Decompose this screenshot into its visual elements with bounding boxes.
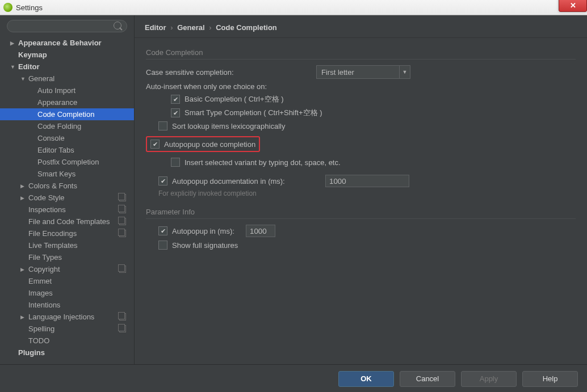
ok-button[interactable]: OK <box>338 371 394 387</box>
sidebar-item-editor-tabs[interactable]: Editor Tabs <box>0 144 134 156</box>
sidebar-item-postfix-completion[interactable]: Postfix Completion <box>0 156 134 168</box>
row-sort-lookup: Sort lookup items lexicographically <box>146 121 576 130</box>
label-smart-completion: Smart Type Completion ( Ctrl+Shift+空格 ) <box>185 108 322 118</box>
tree-arrow-icon: ▶ <box>20 195 26 201</box>
label-insert-selected: Insert selected variant by typing dot, s… <box>185 158 341 167</box>
sidebar-item-label: Code Completion <box>37 110 94 119</box>
sidebar-item-file-types[interactable]: File Types <box>0 251 134 263</box>
sidebar-item-editor[interactable]: ▼Editor <box>0 61 134 73</box>
checkbox-smart-completion[interactable] <box>171 108 180 117</box>
window-close-button[interactable]: ✕ <box>559 0 587 12</box>
tree-arrow-icon: ▶ <box>10 40 16 46</box>
section-parameter-info: Parameter Info <box>146 208 576 219</box>
sidebar-item-spelling[interactable]: Spelling <box>0 323 134 335</box>
cancel-button[interactable]: Cancel <box>400 371 455 387</box>
sidebar-item-label: Smart Keys <box>37 170 76 178</box>
apply-button[interactable]: Apply <box>461 371 517 387</box>
scheme-copy-icon <box>119 313 126 321</box>
sidebar-item-auto-import[interactable]: Auto Import <box>0 85 134 96</box>
sidebar-item-label: Appearance & Behavior <box>18 39 102 47</box>
search-input[interactable] <box>7 20 127 32</box>
checkbox-basic-completion[interactable] <box>171 95 180 104</box>
sidebar-item-file-encodings[interactable]: File Encodings <box>0 227 134 239</box>
sidebar-item-console[interactable]: Console <box>0 132 134 144</box>
sidebar-item-keymap[interactable]: Keymap <box>0 49 134 61</box>
sidebar-item-todo[interactable]: TODO <box>0 335 134 347</box>
row-autopopup-in: Autopopup in (ms): <box>146 225 576 237</box>
input-autopopup-in-ms[interactable] <box>246 225 275 237</box>
breadcrumb: Editor › General › Code Completion <box>135 15 587 38</box>
sidebar-item-appearance[interactable]: Appearance <box>0 96 134 108</box>
scheme-copy-icon <box>119 218 126 225</box>
sidebar: ▶Appearance & BehaviorKeymap▼Editor▼Gene… <box>0 15 135 364</box>
sidebar-item-smart-keys[interactable]: Smart Keys <box>0 168 134 180</box>
search-icon <box>114 22 121 29</box>
sidebar-item-colors-fonts[interactable]: ▶Colors & Fonts <box>0 180 134 192</box>
section-code-completion: Code Completion <box>146 48 576 60</box>
sidebar-item-label: Colors & Fonts <box>28 182 77 190</box>
sidebar-item-label: Postfix Completion <box>37 158 99 166</box>
sidebar-item-label: Live Templates <box>28 241 77 250</box>
row-autopopup-doc: Autopopup documentation in (ms): <box>146 175 576 187</box>
row-autopopup-code: Autopopup code completion <box>150 140 255 149</box>
checkbox-autopopup-code[interactable] <box>150 140 160 149</box>
row-show-full-signatures: Show full signatures <box>146 241 576 250</box>
sidebar-item-label: General <box>28 74 54 83</box>
dropdown-case-sensitive[interactable]: First letter ▼ <box>316 65 410 79</box>
scheme-copy-icon <box>119 206 126 213</box>
sidebar-item-label: Spelling <box>28 324 54 333</box>
dropdown-value: First letter <box>321 68 354 77</box>
breadcrumb-b: General <box>177 23 204 32</box>
sidebar-item-file-and-code-templates[interactable]: File and Code Templates <box>0 216 134 227</box>
sidebar-item-emmet[interactable]: Emmet <box>0 275 134 287</box>
sidebar-item-label: Console <box>37 134 65 142</box>
breadcrumb-sep: › <box>170 23 173 32</box>
highlighted-autopopup-code: Autopopup code completion <box>146 136 260 152</box>
help-button[interactable]: Help <box>522 371 578 387</box>
sidebar-item-live-templates[interactable]: Live Templates <box>0 239 134 251</box>
sidebar-item-images[interactable]: Images <box>0 287 134 299</box>
sidebar-item-copyright[interactable]: ▶Copyright <box>0 263 134 275</box>
sidebar-item-label: Code Folding <box>37 122 81 130</box>
main-panel: Editor › General › Code Completion Code … <box>135 15 587 364</box>
sidebar-item-code-folding[interactable]: Code Folding <box>0 120 134 132</box>
checkbox-autopopup-in[interactable] <box>158 226 167 235</box>
dialog-footer: OK Cancel Apply Help <box>0 364 587 392</box>
sidebar-item-inspections[interactable]: Inspections <box>0 204 134 216</box>
checkbox-show-full-signatures[interactable] <box>158 241 167 250</box>
tree-arrow-icon: ▶ <box>20 314 26 320</box>
sidebar-item-label: File Encodings <box>28 229 77 238</box>
sidebar-item-intentions[interactable]: Intentions <box>0 299 134 311</box>
sidebar-item-language-injections[interactable]: ▶Language Injections <box>0 311 134 323</box>
row-smart-completion: Smart Type Completion ( Ctrl+Shift+空格 ) <box>146 108 576 118</box>
checkbox-sort-lookup[interactable] <box>158 121 167 130</box>
sidebar-item-appearance-behavior[interactable]: ▶Appearance & Behavior <box>0 37 134 49</box>
sidebar-item-label: Appearance <box>37 98 77 107</box>
breadcrumb-c: Code Completion <box>216 23 277 32</box>
checkbox-autopopup-doc[interactable] <box>158 176 167 186</box>
scheme-copy-icon <box>119 265 126 273</box>
sidebar-item-code-style[interactable]: ▶Code Style <box>0 192 134 204</box>
scheme-copy-icon <box>119 194 126 201</box>
scheme-copy-icon <box>119 325 126 332</box>
label-autopopup-doc: Autopopup documentation in (ms): <box>172 177 325 186</box>
row-basic-completion: Basic Completion ( Ctrl+空格 ) <box>146 94 576 104</box>
sidebar-item-label: Copyright <box>28 265 60 273</box>
input-autopopup-doc-ms[interactable] <box>325 175 409 187</box>
sidebar-item-plugins[interactable]: Plugins <box>0 347 134 359</box>
search-wrap <box>0 20 134 37</box>
titlebar: Settings ✕ <box>0 0 587 15</box>
tree-arrow-icon: ▶ <box>20 267 26 272</box>
row-auto-insert-label: Auto-insert when only one choice on: <box>146 82 576 91</box>
sidebar-item-label: Language Injections <box>28 313 94 321</box>
sidebar-item-label: Inspections <box>28 205 66 214</box>
label-basic-completion: Basic Completion ( Ctrl+空格 ) <box>185 94 283 104</box>
sidebar-item-general[interactable]: ▼General <box>0 73 134 85</box>
sidebar-item-label: File and Code Templates <box>28 217 110 226</box>
settings-tree[interactable]: ▶Appearance & BehaviorKeymap▼Editor▼Gene… <box>0 37 134 364</box>
checkbox-insert-selected[interactable] <box>171 158 180 167</box>
sidebar-item-code-completion[interactable]: Code Completion <box>0 108 134 120</box>
label-auto-insert: Auto-insert when only one choice on: <box>146 82 267 91</box>
sidebar-item-label: Intentions <box>28 301 60 309</box>
sidebar-item-label: Code Style <box>28 193 65 202</box>
